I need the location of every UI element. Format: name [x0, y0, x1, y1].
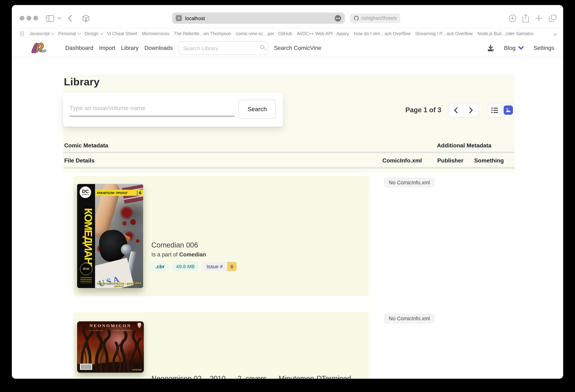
issue-title[interactable]: Comedian 006 [151, 241, 198, 249]
back-icon[interactable] [68, 15, 72, 22]
sidebar-chevron-icon[interactable] [57, 17, 61, 20]
bookmark-item[interactable]: Microservices [142, 31, 169, 36]
bookmarks-overflow-chevron[interactable]: » [551, 28, 557, 39]
volume-name: Comedian [179, 252, 206, 257]
bookmark-item[interactable]: Personal [58, 31, 80, 36]
page-title: Library [64, 76, 99, 88]
nav-link-library[interactable]: Library [121, 45, 139, 51]
header-divider [63, 167, 515, 169]
bookmark-item[interactable]: How do I stre…ack Overflow [354, 31, 410, 36]
nav-link-dashboard[interactable]: Dashboard [65, 45, 94, 51]
column-comicinfo: ComicInfo.xml [382, 158, 422, 164]
cover-art: USA БРАЙАН АЗЗАРЕЛЛО • ДЖЕЙ ДЖИ ДЖОНС [95, 184, 143, 288]
chevron-down-icon [77, 31, 81, 35]
sidebar-toggle-icon[interactable] [46, 15, 54, 22]
chevron-down-icon [100, 31, 103, 35]
address-bar[interactable]: ✕ localhost ••• [172, 13, 345, 24]
minimize-window-button[interactable] [26, 16, 31, 21]
library-quick-search-input[interactable] [183, 42, 256, 54]
bookmark-item[interactable]: Javascript [29, 31, 54, 36]
library-search-card: Search [63, 93, 283, 127]
issue-volume-search-input[interactable] [70, 101, 235, 116]
barcode [80, 364, 92, 370]
nav-link-downloads[interactable]: Downloads [144, 45, 173, 51]
dc-comics-logo: DC COMICS [79, 186, 92, 199]
chevron-down-icon [51, 31, 54, 35]
chevron-left-icon [454, 107, 458, 113]
tab-github-label: rishighan/threetw… [361, 15, 397, 21]
bookmark-item[interactable]: AirDC++ Web API · Apiary [297, 31, 349, 36]
comicinfo-status-badge: No ComicInfo.xml [384, 313, 435, 323]
list-view-icon [491, 107, 498, 113]
library-quick-search [178, 41, 268, 55]
cover-spine: DC COMICS КОМЕДИАНТ ЯЧК [77, 184, 95, 288]
issue-number-badge: Issue # 6 [202, 262, 237, 271]
url-text: localhost [185, 15, 205, 21]
search-button[interactable]: Search [239, 100, 276, 119]
issue-title[interactable]: Neonomicon 02__2010___2_covers___Minutem… [151, 374, 355, 379]
download-queue-icon[interactable] [487, 45, 494, 52]
browser-toolbar: ✕ localhost ••• rishighan/threetw… [12, 5, 563, 28]
comic-cover-comedian[interactable]: USA БРАЙАН АЗЗАРЕЛЛО • ДЖЕЙ ДЖИ ДЖОНС DC… [77, 184, 143, 288]
pagination-controls [448, 103, 479, 117]
browser-window: ✕ localhost ••• rishighan/threetw… [12, 5, 563, 379]
comicinfo-status-badge: No ComicInfo.xml [384, 178, 435, 187]
page-indicator: Page 1 of 3 [405, 106, 441, 114]
site-favicon: ✕ [176, 15, 182, 21]
extension-cube-icon[interactable] [81, 14, 90, 23]
blog-chevron-down-icon [518, 46, 524, 50]
bookmarks-bar: Javascript Personal Design Vi Cheat Shee… [12, 28, 563, 39]
file-extension-badge: .cbr [151, 262, 168, 271]
app-logo[interactable] [31, 41, 47, 55]
column-publisher: Publisher [437, 158, 463, 164]
column-file-details: File Details [64, 158, 95, 164]
share-icon[interactable] [522, 14, 529, 23]
bookmark-item[interactable]: Node.js Buil…nder Samatov [478, 31, 534, 36]
library-page: Library Search Page 1 of 3 [12, 57, 563, 379]
gallery-view-icon [505, 107, 511, 113]
gallery-view-button[interactable] [501, 103, 515, 117]
github-icon [354, 15, 359, 21]
cover-banner: ХРАНИТЕЛИ: ПРОЛОГ 6 [95, 190, 143, 196]
issue-volume-line: Is a part of Comedian [151, 252, 206, 258]
nav-link-search-comicvine[interactable]: Search ComicVine [274, 45, 321, 51]
chevron-right-icon [469, 107, 473, 113]
search-icon [260, 45, 264, 49]
header-divider [63, 152, 515, 153]
downloads-icon[interactable] [509, 14, 517, 22]
file-badges: .cbr 49.8 MB Issue # 6 [151, 262, 237, 271]
file-size-badge: 49.8 MB [172, 262, 198, 271]
nav-link-import[interactable]: Import [99, 45, 116, 51]
desktop: ✕ localhost ••• rishighan/threetw… [0, 0, 575, 392]
bookmark-item[interactable]: Vi Cheat Sheet [107, 31, 137, 36]
bookmark-item[interactable]: Streaming / P…ack Overflow [415, 31, 473, 36]
list-view-button[interactable] [488, 103, 501, 117]
view-toggle [488, 103, 515, 117]
group-header-additional-metadata: Additional Metadata [437, 142, 491, 149]
gallery-view-active-tile [503, 105, 513, 115]
bookmarks-grid-icon[interactable] [20, 31, 25, 36]
app-navbar: Dashboard Import Library Downloads Searc… [12, 39, 563, 57]
next-page-button[interactable] [463, 103, 479, 117]
zoom-window-button[interactable] [33, 16, 38, 21]
tab-overview-icon[interactable] [549, 14, 557, 23]
avatar-press-logo: AVATAR [133, 369, 142, 371]
close-window-button[interactable] [20, 16, 24, 21]
bookmark-item[interactable]: comic-vine-sc…per · GitHub [236, 31, 292, 36]
prev-page-button[interactable] [448, 103, 463, 117]
bookmark-item[interactable]: Design [84, 31, 102, 36]
address-more-icon[interactable]: ••• [335, 15, 341, 21]
nav-link-blog[interactable]: Blog [504, 45, 524, 51]
tab-github[interactable]: rishighan/threetw… [350, 13, 400, 23]
nav-link-settings[interactable]: Settings [533, 45, 554, 51]
comic-cover-neonomicon[interactable]: NEONOMICON ALAN MOORE JACEN BURROWS AVAT… [77, 321, 144, 373]
group-header-comic-metadata: Comic Metadata [64, 142, 108, 149]
new-tab-icon[interactable] [535, 15, 542, 22]
column-something: Something [474, 158, 504, 164]
bookmark-item[interactable]: The Relentle…en Thompson [174, 31, 231, 36]
